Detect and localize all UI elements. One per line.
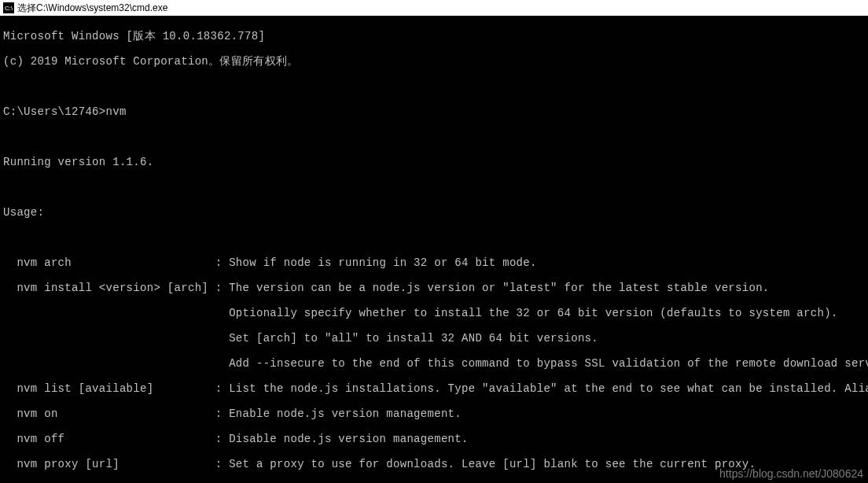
running-version: Running version 1.1.6. [3, 156, 865, 168]
watermark-text: https://blog.csdn.net/J080624 [719, 467, 863, 480]
header-line-1: Microsoft Windows [版本 10.0.18362.778] [3, 30, 865, 42]
terminal-output[interactable]: Microsoft Windows [版本 10.0.18362.778] (c… [0, 16, 868, 483]
usage-line: nvm list [available] : List the node.js … [3, 382, 865, 395]
usage-line: Set [arch] to "all" to install 32 AND 64… [3, 332, 865, 345]
usage-line: nvm arch : Show if node is running in 32… [3, 256, 865, 269]
usage-line: nvm install <version> [arch] : The versi… [3, 282, 865, 294]
usage-line: Add --insecure to the end of this comman… [3, 357, 865, 370]
blank-line [3, 131, 865, 143]
command-text: nvm [106, 105, 127, 118]
usage-line: Optionally specify whether to install th… [3, 307, 865, 319]
window-title: 选择C:\Windows\system32\cmd.exe [17, 2, 167, 15]
blank-line [3, 80, 865, 93]
blank-line [3, 181, 865, 194]
cmd-icon: C:\ [3, 2, 14, 13]
prompt-line-1: C:\Users\12746>nvm [3, 105, 865, 118]
header-line-2: (c) 2019 Microsoft Corporation。保留所有权利。 [3, 55, 865, 68]
prompt-path: C:\Users\12746> [3, 105, 106, 118]
usage-label: Usage: [3, 206, 865, 219]
usage-line: nvm on : Enable node.js version manageme… [3, 407, 865, 420]
blank-line [3, 231, 865, 244]
usage-line: nvm off : Disable node.js version manage… [3, 433, 865, 445]
window-titlebar[interactable]: C:\ 选择C:\Windows\system32\cmd.exe [0, 0, 868, 16]
